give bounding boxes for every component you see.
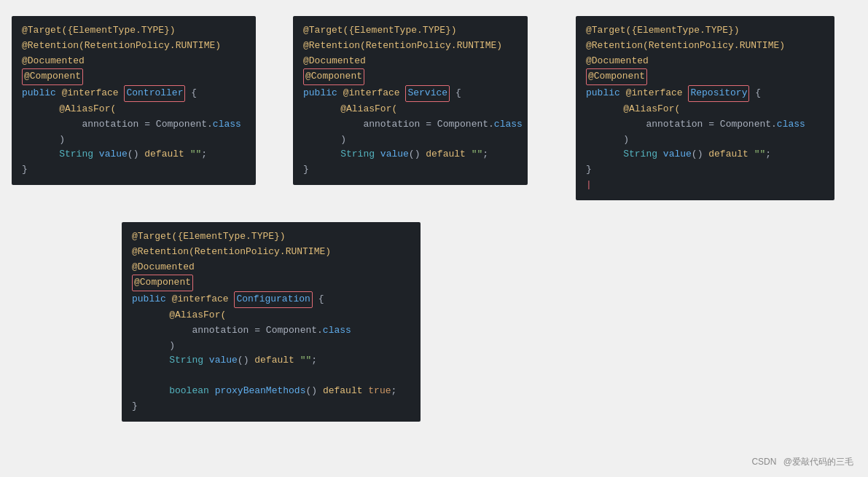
code-line: annotation = Component.class — [586, 117, 824, 133]
code-line: @Retention(RetentionPolicy.RUNTIME) — [586, 39, 824, 54]
code-line: ) — [132, 339, 410, 354]
code-line: String value() default ""; — [303, 147, 517, 162]
code-line: @AliasFor( — [303, 102, 517, 117]
code-line: @Component — [586, 68, 824, 85]
code-line: @Component — [132, 275, 410, 291]
watermark-author: @爱敲代码的三毛 — [783, 457, 853, 467]
code-line: String value() default ""; — [586, 147, 824, 162]
code-line: @Target({ElementType.TYPE}) — [22, 23, 246, 39]
code-line: @Documented — [303, 54, 517, 69]
code-line: String value() default ""; — [132, 353, 410, 368]
code-line: @Retention(RetentionPolicy.RUNTIME) — [132, 245, 410, 260]
code-line: } — [303, 162, 517, 178]
code-line: | — [586, 178, 824, 193]
code-line: } — [22, 162, 246, 178]
code-line: String value() default ""; — [22, 147, 246, 162]
code-line: annotation = Component.class — [132, 323, 410, 339]
code-line: @AliasFor( — [22, 102, 246, 117]
code-line: ) — [303, 133, 517, 148]
code-line: public @interface Controller { — [22, 85, 246, 102]
code-line: @Target({ElementType.TYPE}) — [303, 23, 517, 39]
code-line: @Component — [22, 68, 246, 85]
code-line: public @interface Service { — [303, 85, 517, 102]
code-line: @Target({ElementType.TYPE}) — [132, 229, 410, 245]
code-line: annotation = Component.class — [22, 117, 246, 133]
watermark: CSDN @爱敲代码的三毛 — [751, 456, 853, 468]
code-line: @Documented — [22, 54, 246, 69]
code-line: public @interface Repository { — [586, 85, 824, 102]
code-line: boolean proxyBeanMethods() default true; — [132, 384, 410, 399]
code-line: @Documented — [132, 260, 410, 275]
code-line: @AliasFor( — [586, 102, 824, 117]
code-line: ) — [22, 133, 246, 148]
code-line: @Retention(RetentionPolicy.RUNTIME) — [22, 39, 246, 54]
repository-panel: @Target({ElementType.TYPE}) @Retention(R… — [576, 16, 834, 200]
code-line: @Documented — [586, 54, 824, 69]
watermark-platform: CSDN — [751, 457, 776, 467]
code-line: ) — [586, 133, 824, 148]
code-line: @AliasFor( — [132, 308, 410, 323]
configuration-panel: @Target({ElementType.TYPE}) @Retention(R… — [122, 222, 421, 422]
code-line: public @interface Configuration { — [132, 291, 410, 308]
code-line: } — [132, 399, 410, 414]
controller-panel: @Target({ElementType.TYPE}) @Retention(R… — [12, 16, 256, 185]
code-line: } — [586, 162, 824, 178]
code-line: annotation = Component.class — [303, 117, 517, 133]
code-line: @Retention(RetentionPolicy.RUNTIME) — [303, 39, 517, 54]
code-line: @Component — [303, 68, 517, 85]
service-panel: @Target({ElementType.TYPE}) @Retention(R… — [293, 16, 528, 185]
code-line: @Target({ElementType.TYPE}) — [586, 23, 824, 39]
code-line — [132, 368, 410, 384]
